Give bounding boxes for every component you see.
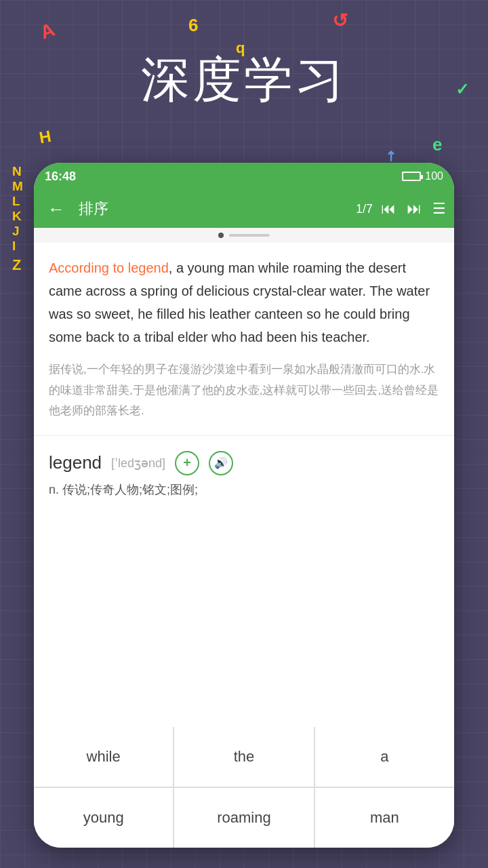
menu-button[interactable]: ☰ <box>432 200 446 218</box>
dot-indicator <box>34 228 454 243</box>
status-right: 100 <box>402 170 443 182</box>
nav-counter: 1/7 <box>356 202 373 216</box>
dot-1 <box>218 233 224 238</box>
highlight-phrase: According to legend <box>49 260 169 275</box>
deco-letter-e: e <box>432 134 442 155</box>
answer-grid: while the a young roaming man <box>34 727 454 848</box>
nav-icons: ⏮ ⏭ ☰ <box>381 200 446 218</box>
word-definition: n. 传说;传奇人物;铭文;图例; <box>49 481 439 499</box>
deco-letter-m: M <box>12 179 23 194</box>
deco-letter-h: H <box>38 127 53 148</box>
phone-frame: 16:48 100 ← 排序 1/7 ⏮ ⏭ ☰ According to le… <box>34 163 454 848</box>
main-title-area: 深度学习 <box>0 47 488 113</box>
plus-icon: + <box>183 455 191 471</box>
battery-icon <box>402 172 421 181</box>
word-phonetic: [ˈledʒənd] <box>111 456 165 471</box>
next-button[interactable]: ⏭ <box>407 200 422 218</box>
prev-button[interactable]: ⏮ <box>381 200 396 218</box>
deco-letter-c: ↺ <box>332 9 348 32</box>
deco-letter-k: K <box>12 209 22 224</box>
answer-cell-while[interactable]: while <box>34 727 173 787</box>
deco-letter-l: L <box>12 194 20 209</box>
answer-cell-young[interactable]: young <box>34 788 173 848</box>
battery-level: 100 <box>425 170 443 182</box>
nav-bar: ← 排序 1/7 ⏮ ⏭ ☰ <box>34 190 454 228</box>
nav-title: 排序 <box>79 199 348 219</box>
back-button[interactable]: ← <box>42 196 70 222</box>
answer-grid-container: while the a young roaming man <box>34 727 454 848</box>
main-title: 深度学习 <box>0 47 488 113</box>
answer-cell-roaming[interactable]: roaming <box>174 788 313 848</box>
answer-cell-the[interactable]: the <box>174 727 313 787</box>
deco-letter-6: 6 <box>188 15 198 36</box>
status-bar: 16:48 100 <box>34 163 454 190</box>
word-main: legend <box>49 452 102 473</box>
deco-letter-z: Z <box>12 256 21 274</box>
answer-cell-man[interactable]: man <box>315 788 454 848</box>
passage-text: According to legend, a young man while r… <box>49 256 439 349</box>
word-detail: legend [ˈledʒənd] + 🔊 n. 传说;传奇人物;铭文;图例; <box>34 436 454 506</box>
word-row: legend [ˈledʒənd] + 🔊 <box>49 451 439 475</box>
dot-line <box>229 234 270 237</box>
chinese-translation: 据传说,一个年轻的男子在漫游沙漠途中看到一泉如水晶般清澈而可口的水.水的味道非常… <box>49 359 439 429</box>
deco-letter-i: I <box>12 239 16 254</box>
content-area: According to legend, a young man while r… <box>34 243 454 435</box>
status-time: 16:48 <box>45 170 76 184</box>
battery-body <box>402 172 421 181</box>
deco-letter-n: N <box>12 164 22 179</box>
deco-letter-a: A <box>37 19 58 44</box>
answer-cell-a[interactable]: a <box>315 727 454 787</box>
sound-button[interactable]: 🔊 <box>209 451 233 475</box>
add-word-button[interactable]: + <box>175 451 199 475</box>
deco-letter-j: J <box>12 224 20 239</box>
sound-icon: 🔊 <box>214 456 228 469</box>
